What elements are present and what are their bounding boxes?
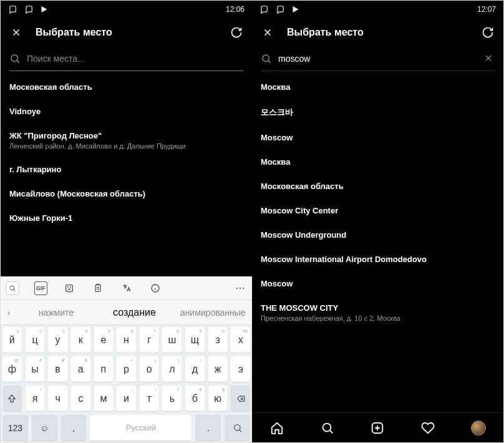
status-time: 12:06 bbox=[226, 5, 245, 14]
kb-key[interactable]: ш8 bbox=[162, 327, 182, 353]
kb-translate-icon[interactable] bbox=[120, 281, 133, 295]
result-title: Vidnoye bbox=[9, 107, 243, 116]
result-item[interactable]: Южные Горки-1 bbox=[9, 206, 243, 230]
kb-key[interactable]: х№ bbox=[231, 327, 250, 353]
kb-more-icon[interactable]: ⋯ bbox=[233, 281, 247, 295]
kb-key[interactable]: я* bbox=[26, 386, 45, 411]
kb-key[interactable]: й1 bbox=[2, 327, 22, 353]
result-title: Москва bbox=[261, 82, 495, 92]
status-time: 12:07 bbox=[477, 5, 496, 14]
nav-search-icon[interactable] bbox=[319, 420, 336, 436]
kb-key[interactable]: с' bbox=[71, 386, 90, 411]
kb-comma-key[interactable]: , bbox=[61, 415, 87, 441]
result-item[interactable]: Moscow bbox=[261, 271, 495, 296]
kb-key[interactable]: ь? bbox=[162, 386, 182, 411]
refresh-button[interactable] bbox=[481, 26, 495, 39]
kb-key[interactable]: ф@ bbox=[2, 356, 22, 382]
svg-point-3 bbox=[68, 286, 69, 287]
kb-key[interactable]: т! bbox=[140, 386, 159, 411]
kb-suggestion-main[interactable]: создание bbox=[95, 307, 174, 318]
kb-key[interactable]: п- bbox=[94, 356, 114, 382]
result-item[interactable]: г. Лыткарино bbox=[9, 157, 243, 182]
result-item[interactable]: Московская область bbox=[9, 75, 243, 99]
svg-point-0 bbox=[11, 55, 18, 62]
kb-key[interactable]: ч" bbox=[48, 386, 67, 411]
kb-sugg-expand[interactable]: › bbox=[1, 308, 17, 318]
close-button[interactable] bbox=[9, 26, 23, 39]
result-item[interactable]: 모스크바 bbox=[261, 99, 495, 125]
kb-backspace-key[interactable] bbox=[231, 386, 250, 411]
kb-key[interactable]: н6 bbox=[117, 327, 136, 353]
result-item[interactable]: Moscow bbox=[261, 125, 495, 150]
kb-search-key[interactable] bbox=[225, 415, 250, 441]
result-item[interactable]: Moscow Underground bbox=[261, 223, 495, 247]
kb-emoji-key[interactable]: ☺ bbox=[32, 415, 57, 441]
kb-key[interactable]: г7 bbox=[140, 327, 159, 353]
kb-key[interactable]: б€ bbox=[185, 386, 205, 411]
kb-key[interactable]: р+ bbox=[117, 356, 136, 382]
kb-period-key[interactable]: . bbox=[195, 415, 221, 441]
result-title: Южные Горки-1 bbox=[9, 213, 243, 223]
result-item[interactable]: Мисайлово (Московская область) bbox=[9, 182, 243, 206]
header-title: Выбрать место bbox=[36, 27, 230, 38]
svg-rect-5 bbox=[95, 285, 100, 291]
result-item[interactable]: ЖК "Пригород Лесное"Ленинский район, д. … bbox=[9, 124, 243, 157]
header: Выбрать место bbox=[1, 18, 252, 47]
nav-profile-avatar[interactable] bbox=[470, 420, 487, 436]
search-input[interactable] bbox=[27, 54, 243, 64]
kb-key[interactable]: з0 bbox=[208, 327, 228, 353]
kb-key[interactable]: м: bbox=[94, 386, 114, 411]
clear-icon[interactable] bbox=[483, 53, 495, 64]
result-title: Moscow International Airport Domodedovo bbox=[261, 255, 495, 264]
kb-key[interactable]: ы# bbox=[26, 356, 45, 382]
kb-key[interactable]: в₽ bbox=[48, 356, 67, 382]
nav-activity-icon[interactable] bbox=[420, 420, 436, 436]
kb-gif-icon[interactable]: GIF bbox=[34, 281, 47, 295]
kb-key[interactable]: и; bbox=[117, 386, 136, 411]
svg-point-4 bbox=[70, 286, 71, 287]
search-icon bbox=[261, 53, 272, 64]
kb-key[interactable]: л) bbox=[162, 356, 182, 382]
result-title: Moscow City Center bbox=[261, 206, 495, 215]
result-item[interactable]: Москва bbox=[261, 75, 495, 99]
kb-key[interactable]: ю$ bbox=[208, 386, 228, 411]
kb-key[interactable]: ж bbox=[208, 356, 228, 382]
kb-info-icon[interactable] bbox=[148, 281, 162, 295]
keyboard-rows: й1ц2у3к4е5н6г7ш8щ9з0х№ ф@ы#в₽а&п-р+о(л)д… bbox=[1, 325, 252, 442]
kb-key[interactable]: е5 bbox=[94, 327, 114, 353]
result-item[interactable]: Vidnoye bbox=[9, 99, 243, 124]
kb-suggestion[interactable]: нажмите bbox=[17, 308, 95, 318]
left-panel: 12:06 Выбрать место Московская областьVi… bbox=[1, 1, 252, 442]
nav-home-icon[interactable] bbox=[269, 420, 285, 436]
kb-key[interactable]: ц2 bbox=[26, 327, 45, 353]
search-row bbox=[9, 51, 243, 71]
nav-add-icon[interactable] bbox=[369, 420, 385, 436]
result-item[interactable]: Moscow International Airport Domodedovo bbox=[261, 247, 495, 271]
kb-shift-key[interactable] bbox=[2, 386, 22, 411]
search-input[interactable] bbox=[278, 54, 477, 64]
status-bar: 12:06 bbox=[1, 1, 252, 18]
kb-numbers-key[interactable]: 123 bbox=[2, 415, 28, 441]
kb-key[interactable]: к4 bbox=[71, 327, 90, 353]
result-title: Москва bbox=[261, 157, 495, 167]
close-button[interactable] bbox=[261, 26, 274, 39]
kb-key[interactable]: у3 bbox=[48, 327, 67, 353]
kb-space-key[interactable]: Русский bbox=[90, 415, 191, 441]
kb-key[interactable]: щ9 bbox=[185, 327, 205, 353]
result-item[interactable]: Москва bbox=[261, 150, 495, 174]
kb-sticker-icon[interactable] bbox=[62, 281, 76, 295]
result-item[interactable]: Moscow City Center bbox=[261, 198, 495, 223]
results-list: Москва모스크바MoscowМоскваМосковская область… bbox=[252, 71, 503, 412]
kb-search-icon[interactable] bbox=[6, 281, 19, 295]
kb-key[interactable]: а& bbox=[71, 356, 90, 382]
kb-key[interactable]: д/ bbox=[185, 356, 205, 382]
kb-suggestion[interactable]: анимированные bbox=[173, 308, 252, 318]
result-item[interactable]: THE MOSCOW CITYПресненская набережная, д… bbox=[261, 296, 495, 329]
kb-clipboard-icon[interactable] bbox=[91, 281, 105, 295]
result-item[interactable]: Московская область bbox=[261, 174, 495, 198]
viber-icon-2 bbox=[276, 5, 284, 14]
kb-key[interactable]: о( bbox=[140, 356, 159, 382]
refresh-button[interactable] bbox=[230, 26, 243, 39]
result-title: Московская область bbox=[9, 82, 243, 92]
kb-key[interactable]: э bbox=[231, 356, 250, 382]
